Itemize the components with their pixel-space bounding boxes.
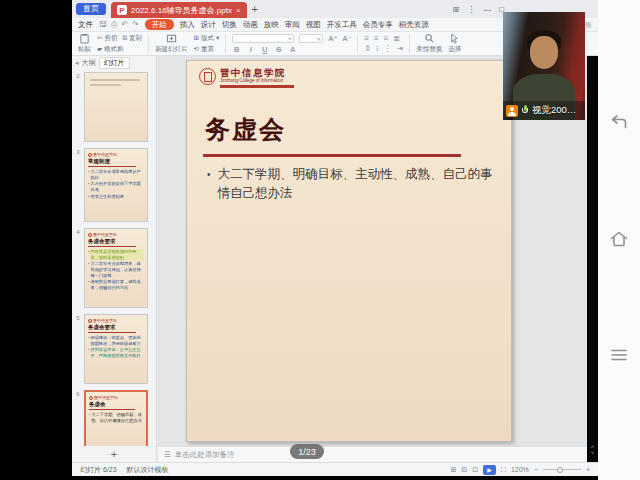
slide-body-text[interactable]: • 大二下学期、明确目标、主动性、成熟、自己的事情自己想办法 [207,165,499,203]
align-center-icon[interactable]: ≡ [374,35,379,43]
italic-button[interactable]: I [246,45,255,54]
find-replace-button[interactable]: 查找替换 [416,33,442,54]
webcam-name-bar: 视觉200… [503,101,585,120]
slide-thumbnail[interactable]: 2 [72,72,156,142]
layout-icon: ⊞ [194,34,199,42]
increase-font-button[interactable]: A⁺ [328,34,337,43]
reset-icon: ⟲ [194,45,199,53]
webcam-video[interactable]: 视觉200… [503,12,585,120]
document-tab[interactable]: P 2022.6.16辅导员务虚会.pptx × [111,2,247,18]
reset-button[interactable]: ⟲重置 [194,45,220,54]
menu-tab-devtools[interactable]: 开发工具 [327,20,357,30]
presenter-badge-icon [506,105,518,117]
thumb-title-rule [88,246,136,247]
file-menu[interactable]: 文件 [78,20,93,30]
save-icon[interactable]: 🖫 [99,20,107,30]
home-tab[interactable]: 首页 [76,3,106,15]
slide-sorter-icon[interactable]: ⊟ [461,466,467,474]
title-underline [203,154,461,157]
print-icon[interactable]: ⎙ [111,20,117,30]
back-icon[interactable] [608,112,630,134]
slide-thumbnail-selected[interactable]: 6 晋中信息学院 务虚会 •大二下学期、明确目标、成熟、自己的事情自己想办法 [72,390,156,446]
indent-icon[interactable]: ⇥ [397,45,404,53]
new-tab-button[interactable]: + [252,3,258,15]
select-button[interactable]: 选择 [448,33,461,54]
college-name-en: Jinzhong College of Information [220,78,294,83]
format-painter-button[interactable]: ▰格式刷 [97,45,124,54]
tab-slides[interactable]: 幻灯片 [99,57,130,69]
zoom-slider[interactable] [543,469,581,470]
justify-icon[interactable]: ≣ [393,35,400,43]
slide-thumbnail[interactable]: 5 晋中信息学院 务虚会要求 •班级建设：班委会、团支部按期换届，增强班级凝聚力… [72,314,156,384]
participant-face [530,36,558,69]
menu-tab-animation[interactable]: 动画 [243,20,258,30]
menu-tab-transition[interactable]: 切换 [222,20,237,30]
zoom-out-button[interactable]: − [534,466,538,473]
add-slide-button[interactable]: + [72,446,156,462]
right-letterbox: ˄ ˅ [587,56,598,462]
bullet-list-icon[interactable]: ⁝ [376,45,379,53]
layout-button[interactable]: ⊞版式 ▾ [194,34,220,43]
reading-view-icon[interactable]: ⊡ [472,466,478,474]
redo-icon[interactable]: ↷ [132,20,139,30]
numbered-list-icon[interactable]: ⋮ [384,45,392,53]
participant-name: 视觉200… [532,104,576,117]
grid-icon[interactable]: ⊞ [452,5,459,14]
menu-tab-design[interactable]: 设计 [201,20,216,30]
minimize-icon[interactable]: — [483,5,491,14]
panel-tabs: ◂ 大纲 幻灯片 [72,56,156,70]
normal-view-icon[interactable]: ⊞ [450,466,456,474]
font-color-button[interactable]: A [288,45,297,54]
collapse-panel-icon[interactable]: ◂ [75,59,79,67]
copy-button[interactable]: ⧉复制 [122,34,142,43]
wps-presentation-icon: P [117,5,127,15]
zoom-in-button[interactable]: + [586,466,590,473]
slide-thumbnail[interactable]: 4 晋中信息学院 务虚会要求 •严格落实学校疫情防控要求，按时返校报到 •大二学… [72,228,156,308]
close-tab-icon[interactable]: × [236,6,241,15]
current-slide[interactable]: 晋中信息学院 Jinzhong College of Information 务… [186,60,512,442]
toolbar-separator [225,35,226,53]
font-size-select[interactable]: ▾ [299,34,323,43]
menu-tab-review[interactable]: 审阅 [285,20,300,30]
slide-indicator: 幻灯片 6/23 [80,465,117,475]
scroll-down-icon[interactable]: ˅ [591,450,595,456]
strikethrough-button[interactable]: S [274,45,283,54]
recents-icon[interactable] [608,344,630,366]
notes-placeholder: 单击此处添加备注 [175,450,235,460]
cut-button[interactable]: ✂剪切 [97,34,117,43]
slide-thumbnail[interactable]: 3 晋中信息学院 常规制度 •大二学年各项常规制度从严执行 •九月份开学初安排下… [72,148,156,222]
menu-tab-slideshow[interactable]: 放映 [264,20,279,30]
notes-bar[interactable]: ☰ 单击此处添加备注 [158,446,587,462]
fullscreen-icon[interactable]: ⛶ [501,466,506,474]
thumbnail-list[interactable]: 2 3 晋中信息学院 常规制度 •大二学年各项常规制度从严执行 [72,70,156,446]
thumb-title-rule [88,332,136,333]
decrease-font-button[interactable]: A⁻ [342,34,351,43]
menu-tab-insert[interactable]: 插入 [180,20,195,30]
align-left-icon[interactable]: ≡ [364,35,369,43]
align-right-icon[interactable]: ≡ [384,35,389,43]
new-slide-button[interactable]: 新建幻灯片 [155,33,188,54]
thumb-text-line [90,84,121,86]
menu-tab-docer[interactable]: 稻壳资源 [399,20,429,30]
play-slideshow-button[interactable]: ▶ [483,465,496,475]
zoom-slider-knob[interactable] [557,467,563,473]
college-seal-icon [199,68,216,85]
menu-tab-member[interactable]: 会员专享 [363,20,393,30]
seal-icon [88,319,92,323]
menu-tab-view[interactable]: 视图 [306,20,321,30]
home-icon[interactable] [608,228,630,250]
underline-button[interactable]: U [260,45,269,54]
slide-title[interactable]: 务虚会 [205,113,286,146]
tab-outline[interactable]: 大纲 [82,58,96,68]
more-icon[interactable]: ⋮ [467,5,475,14]
line-spacing-icon[interactable]: ⇕ [364,45,371,53]
toolbar-separator [409,35,410,53]
seal-icon [89,396,93,400]
font-family-select[interactable]: ▾ [232,34,294,43]
android-nav-bar [598,0,640,480]
undo-icon[interactable]: ↶ [121,20,128,30]
paste-button[interactable]: 粘贴 [78,33,91,54]
bold-button[interactable]: B [232,45,241,54]
menu-tab-home[interactable]: 开始 [145,19,174,30]
seal-icon [88,233,92,237]
